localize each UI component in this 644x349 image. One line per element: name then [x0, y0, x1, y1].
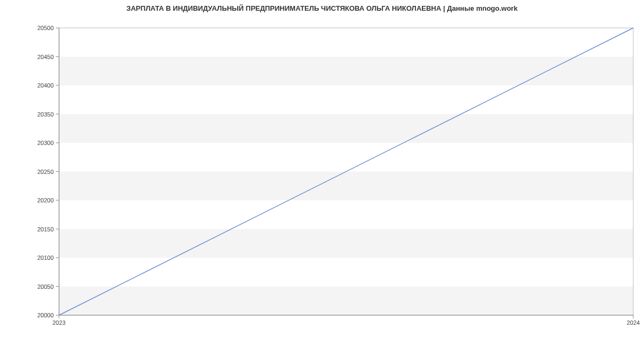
- grid-band: [59, 28, 633, 57]
- grid-band: [59, 114, 633, 143]
- grid-band: [59, 143, 633, 172]
- chart-area: 2000020050201002015020200202502030020350…: [0, 14, 644, 347]
- y-tick-label: 20450: [37, 54, 54, 60]
- chart-title: ЗАРПЛАТА В ИНДИВИДУАЛЬНЫЙ ПРЕДПРИНИМАТЕЛ…: [0, 0, 644, 14]
- grid-band: [59, 200, 633, 229]
- grid-band: [59, 172, 633, 201]
- y-tick-label: 20100: [37, 255, 54, 261]
- x-tick-label: 2024: [627, 319, 640, 326]
- grid-band: [59, 229, 633, 258]
- y-tick-label: 20250: [37, 169, 54, 175]
- y-tick-label: 20150: [37, 226, 54, 232]
- y-tick-label: 20500: [37, 25, 54, 31]
- y-tick-label: 20000: [37, 312, 54, 318]
- grid-band: [59, 287, 633, 316]
- x-tick-label: 2023: [53, 319, 65, 326]
- grid-band: [59, 85, 633, 114]
- chart-svg: 2000020050201002015020200202502030020350…: [0, 14, 644, 337]
- y-tick-label: 20300: [37, 140, 54, 146]
- y-tick-label: 20350: [37, 111, 54, 118]
- y-tick-label: 20200: [37, 197, 54, 203]
- y-tick-label: 20050: [37, 283, 54, 290]
- y-tick-label: 20400: [37, 82, 54, 89]
